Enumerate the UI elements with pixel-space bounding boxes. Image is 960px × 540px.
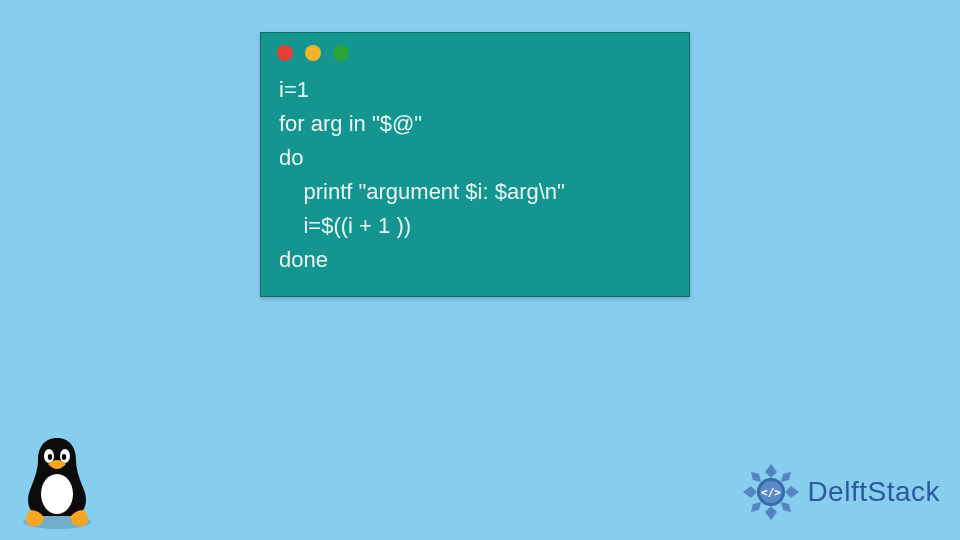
maximize-icon bbox=[333, 45, 349, 61]
tux-icon bbox=[12, 430, 102, 530]
svg-text:</>: </> bbox=[761, 486, 781, 499]
close-icon bbox=[277, 45, 293, 61]
svg-point-5 bbox=[62, 454, 66, 460]
code-window: i=1 for arg in "$@" do printf "argument … bbox=[260, 32, 690, 297]
brand: </> DelftStack bbox=[741, 462, 940, 522]
window-titlebar bbox=[261, 33, 689, 69]
brand-name: DelftStack bbox=[807, 476, 940, 508]
tux-svg bbox=[12, 430, 102, 530]
svg-point-1 bbox=[41, 474, 73, 514]
svg-point-4 bbox=[48, 454, 52, 460]
code-body: i=1 for arg in "$@" do printf "argument … bbox=[261, 69, 689, 296]
minimize-icon bbox=[305, 45, 321, 61]
brand-logo-icon: </> bbox=[741, 462, 801, 522]
